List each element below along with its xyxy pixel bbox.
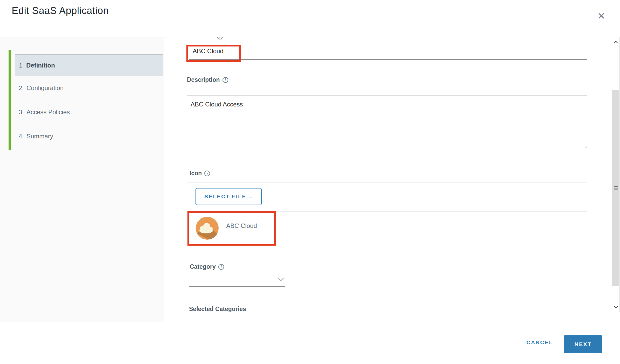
- scroll-up-button[interactable]: [612, 37, 619, 47]
- sidebar-item-definition[interactable]: 1 Definition: [15, 54, 163, 76]
- sidebar-item-summary[interactable]: 4 Summary: [19, 133, 53, 140]
- category-label: Category i: [190, 263, 224, 270]
- scrollbar-grip-icon: [614, 186, 618, 190]
- description-label-text: Description: [187, 76, 220, 83]
- select-file-button[interactable]: SELECT FILE...: [196, 188, 262, 205]
- definition-step-form: i Description i ABC Cloud Access Icon i …: [165, 37, 612, 322]
- step-label: Configuration: [26, 84, 64, 92]
- next-button[interactable]: NEXT: [564, 335, 602, 353]
- description-info-icon: i: [223, 77, 228, 83]
- close-icon[interactable]: ✕: [595, 10, 608, 22]
- abc-cloud-app-icon: [196, 217, 219, 240]
- edit-saas-application-dialog: Edit SaaS Application ✕ 1 Definition 2 C…: [0, 0, 620, 364]
- wizard-progress-bar: [9, 50, 11, 150]
- step-label: Access Policies: [26, 109, 70, 116]
- step-number: 1: [19, 62, 23, 69]
- category-info-icon: i: [218, 264, 224, 270]
- selected-categories-label-text: Selected Categories: [189, 306, 246, 313]
- scrollbar-thumb[interactable]: [612, 90, 619, 286]
- name-info-icon: i: [217, 37, 223, 39]
- cancel-button[interactable]: CANCEL: [527, 339, 553, 346]
- chevron-down-icon: [614, 306, 618, 308]
- sidebar-item-configuration[interactable]: 2 Configuration: [19, 84, 64, 92]
- sidebar-item-access-policies[interactable]: 3 Access Policies: [19, 109, 70, 116]
- chevron-down-icon: [278, 278, 284, 282]
- scroll-down-button[interactable]: [612, 302, 619, 312]
- dialog-footer: CANCEL NEXT: [0, 322, 620, 364]
- icon-label-text: Icon: [190, 170, 202, 177]
- icon-preview-row: ABC Cloud: [187, 211, 587, 245]
- dialog-header: Edit SaaS Application ✕: [0, 0, 620, 37]
- icon-info-icon: i: [204, 171, 210, 176]
- wizard-step-sidebar: 1 Definition 2 Configuration 3 Access Po…: [0, 37, 164, 322]
- step-number: 2: [19, 84, 23, 92]
- icon-label: Icon i: [190, 170, 210, 177]
- category-label-text: Category: [190, 263, 216, 270]
- icon-preview-name: ABC Cloud: [226, 222, 257, 230]
- step-number: 4: [19, 133, 23, 140]
- description-label: Description i: [187, 76, 228, 83]
- dialog-title: Edit SaaS Application: [12, 5, 109, 16]
- vertical-scrollbar[interactable]: [612, 37, 619, 312]
- dialog-body: 1 Definition 2 Configuration 3 Access Po…: [0, 37, 620, 322]
- category-select[interactable]: [189, 272, 285, 287]
- step-number: 3: [19, 109, 23, 116]
- chevron-up-icon: [614, 41, 618, 44]
- step-label: Definition: [26, 62, 55, 69]
- step-label: Summary: [26, 133, 53, 140]
- name-input[interactable]: [189, 45, 587, 60]
- description-textarea[interactable]: ABC Cloud Access: [187, 95, 587, 148]
- icon-upload-panel: SELECT FILE...: [187, 183, 587, 244]
- selected-categories-label: Selected Categories: [189, 306, 246, 313]
